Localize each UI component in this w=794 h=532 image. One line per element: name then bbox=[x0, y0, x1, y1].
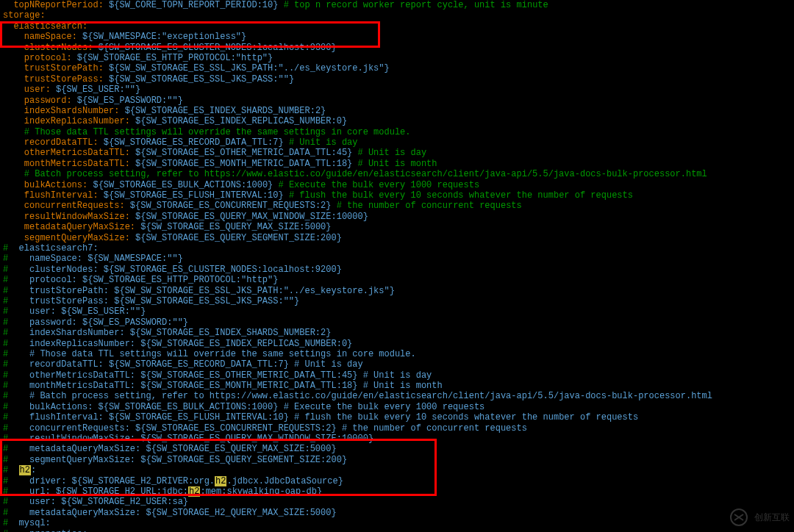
code-line: indexShardsNumber: ${SW_STORAGE_ES_INDEX… bbox=[3, 106, 791, 116]
code-line: elasticsearch: bbox=[3, 21, 791, 32]
code-line: # h2: bbox=[3, 465, 791, 475]
code-line: segmentQueryMaxSize: ${SW_STORAGE_ES_QUE… bbox=[3, 233, 791, 243]
code-line: password: ${SW_ES_PASSWORD:""} bbox=[3, 96, 791, 106]
code-line: # driver: ${SW_STORAGE_H2_DRIVER:org.h2.… bbox=[3, 476, 791, 486]
code-line: recordDataTTL: ${SW_STORAGE_ES_RECORD_DA… bbox=[3, 137, 791, 148]
code-line: # # Those data TTL settings will overrid… bbox=[3, 349, 791, 359]
code-line: # monthMetricsDataTTL: ${SW_STORAGE_ES_M… bbox=[3, 381, 791, 391]
code-line: # flushInterval: ${SW_STORAGE_ES_FLUSH_I… bbox=[3, 412, 791, 423]
code-line: flushInterval: ${SW_STORAGE_ES_FLUSH_INT… bbox=[3, 190, 791, 201]
code-line: # resultWindowMaxSize: ${SW_STORAGE_ES_Q… bbox=[3, 434, 791, 444]
code-line: # indexReplicasNumber: ${SW_STORAGE_ES_I… bbox=[3, 339, 791, 349]
code-line: # bulkActions: ${SW_STORAGE_ES_BULK_ACTI… bbox=[3, 402, 791, 412]
code-line: # trustStorePass: ${SW_SW_STORAGE_ES_SSL… bbox=[3, 296, 791, 306]
code-line: trustStorePath: ${SW_SW_STORAGE_ES_SSL_J… bbox=[3, 63, 791, 73]
code-line: # Those data TTL settings will override … bbox=[3, 127, 791, 137]
watermark-logo-icon bbox=[728, 508, 750, 527]
code-line: # # Batch process setting, refer to http… bbox=[3, 391, 791, 401]
watermark-text: 创新互联 bbox=[754, 512, 790, 522]
code-line: # url: ${SW_STORAGE_H2_URL:jdbc:h2:mem:s… bbox=[3, 486, 791, 497]
code-line: # mysql: bbox=[3, 518, 791, 528]
code-line: # nameSpace: ${SW_NAMESPACE:""} bbox=[3, 254, 791, 264]
code-line: # recordDataTTL: ${SW_STORAGE_ES_RECORD_… bbox=[3, 359, 791, 370]
code-line: # clusterNodes: ${SW_STORAGE_ES_CLUSTER_… bbox=[3, 265, 791, 275]
code-line: resultWindowMaxSize: ${SW_STORAGE_ES_QUE… bbox=[3, 212, 791, 222]
code-line: # metadataQueryMaxSize: ${SW_STORAGE_H2_… bbox=[3, 508, 791, 518]
code-line: # user: ${SW_ES_USER:""} bbox=[3, 306, 791, 317]
code-line: metadataQueryMaxSize: ${SW_STORAGE_ES_QU… bbox=[3, 222, 791, 232]
code-line: topNReportPeriod: ${SW_CORE_TOPN_REPORT_… bbox=[3, 0, 791, 10]
code-line: monthMetricsDataTTL: ${SW_STORAGE_ES_MON… bbox=[3, 159, 791, 169]
code-line: # concurrentRequests: ${SW_STORAGE_ES_CO… bbox=[3, 423, 791, 434]
code-line: # indexShardsNumber: ${SW_STORAGE_ES_IND… bbox=[3, 328, 791, 338]
code-line: bulkActions: ${SW_STORAGE_ES_BULK_ACTION… bbox=[3, 180, 791, 190]
code-line: nameSpace: ${SW_NAMESPACE:"exceptionless… bbox=[3, 32, 791, 42]
code-line: # Batch process setting, refer to https:… bbox=[3, 169, 791, 179]
code-line: protocol: ${SW_STORAGE_ES_HTTP_PROTOCOL:… bbox=[3, 53, 791, 63]
code-line: # protocol: ${SW_STORAGE_ES_HTTP_PROTOCO… bbox=[3, 275, 791, 285]
code-viewer: topNReportPeriod: ${SW_CORE_TOPN_REPORT_… bbox=[0, 0, 794, 532]
code-line: # metadataQueryMaxSize: ${SW_STORAGE_ES_… bbox=[3, 444, 791, 454]
code-line: # segmentQueryMaxSize: ${SW_STORAGE_ES_Q… bbox=[3, 455, 791, 465]
code-line: # properties: bbox=[3, 529, 791, 532]
watermark: 创新互联 bbox=[728, 507, 790, 528]
code-line: otherMetricsDataTTL: ${SW_STORAGE_ES_OTH… bbox=[3, 148, 791, 158]
code-line: # otherMetricsDataTTL: ${SW_STORAGE_ES_O… bbox=[3, 370, 791, 381]
code-line: indexReplicasNumber: ${SW_STORAGE_ES_IND… bbox=[3, 116, 791, 126]
code-line: user: ${SW_ES_USER:""} bbox=[3, 85, 791, 95]
code-line: trustStorePass: ${SW_SW_STORAGE_ES_SSL_J… bbox=[3, 74, 791, 85]
code-line: storage: bbox=[3, 10, 791, 21]
code-line: # password: ${SW_ES_PASSWORD:""} bbox=[3, 317, 791, 328]
code-line: concurrentRequests: ${SW_STORAGE_ES_CONC… bbox=[3, 201, 791, 211]
code-line: # elasticsearch7: bbox=[3, 243, 791, 254]
code-line: # trustStorePath: ${SW_SW_STORAGE_ES_SSL… bbox=[3, 286, 791, 296]
code-line: # user: ${SW_STORAGE_H2_USER:sa} bbox=[3, 497, 791, 507]
code-line: clusterNodes: ${SW_STORAGE_ES_CLUSTER_NO… bbox=[3, 43, 791, 53]
